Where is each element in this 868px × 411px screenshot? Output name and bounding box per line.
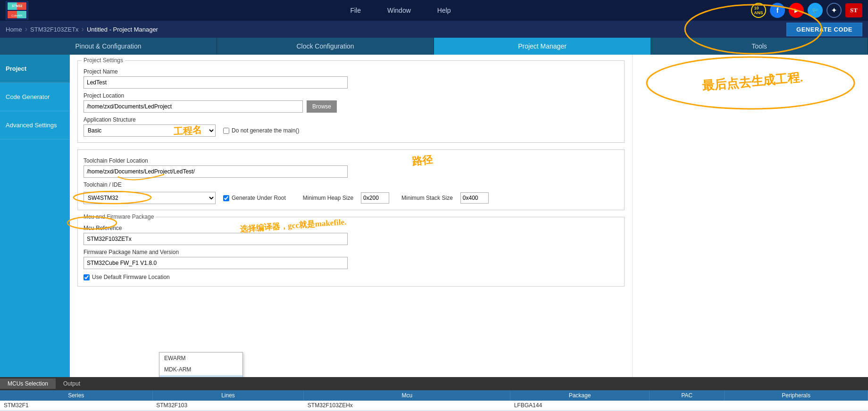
tab-clock[interactable]: Clock Configuration [217,38,434,55]
fw-pkg-label: Firmware Package Name and Version [83,249,618,255]
project-settings-title: Project Settings [82,57,125,64]
sidebar-item-code-generator[interactable]: Code Generator [0,83,70,111]
col-pac: PAC [649,390,724,401]
breadcrumb-right: GENERATE CODE [786,23,862,36]
bottom-area: MCUs Selection Output Series Lines Mcu P… [0,377,868,411]
anniversary-icon: 10ANS [751,3,766,18]
sidebar-item-advanced-settings[interactable]: Advanced Settings [0,111,70,140]
file-menu[interactable]: File [346,5,365,16]
table-row[interactable]: STM32F1 STM32F103 STM32F103ZEHx LFBGA144 [0,401,868,411]
tab-bar: Pinout & Configuration Clock Configurati… [0,38,868,55]
annotation-area: 最后点去生成工程. [632,55,868,377]
bottom-tab-output[interactable]: Output [56,378,88,389]
project-location-row: Browse [83,100,618,113]
use-default-fw-checkbox[interactable] [83,274,90,280]
toolchain-settings-box: Toolchain Folder Location Toolchain / ID… [77,149,625,210]
svg-text:STM32: STM32 [12,4,23,8]
top-right-icons: 10ANS f ▶ 🐦 ✦ ST [751,3,862,18]
tab-tools[interactable]: Tools [651,38,868,55]
svg-point-7 [647,57,854,109]
mcu-firmware-box: Mcu and Firmware Package Mcu Reference F… [77,217,625,287]
mcu-table: Series Lines Mcu Package PAC Peripherals… [0,390,868,411]
cell-mcu-1: STM32F103ZEHx [304,401,510,411]
project-location-label: Project Location [83,92,618,99]
network-icon[interactable]: ✦ [826,3,842,18]
help-menu[interactable]: Help [434,5,455,16]
cell-package-1: LFBGA144 [510,401,650,411]
toolchain-select[interactable]: SW4STM32 EWARM MDK-ARM TrueSTUDIO STM32C… [83,192,216,204]
generate-code-button[interactable]: GENERATE CODE [786,23,862,36]
bottom-table-area: Series Lines Mcu Package PAC Peripherals… [0,390,868,411]
col-series: Series [0,390,152,401]
breadcrumb-sep-2: › [82,25,84,33]
facebook-icon[interactable]: f [770,3,785,18]
min-stack-label: Minimum Stack Size [401,195,453,201]
mcu-firmware-title: Mcu and Firmware Package [82,214,156,220]
app-structure-select[interactable]: Basic Advanced [83,124,216,137]
use-default-fw-row: Use Default Firmware Location [83,274,618,280]
annotation-svg-right [633,55,868,377]
top-menubar: STM32 CubeMX File Window Help 10ANS f ▶ … [0,0,868,21]
breadcrumb-home[interactable]: Home [6,26,22,33]
min-stack-input[interactable] [460,192,489,204]
youtube-icon[interactable]: ▶ [789,3,804,18]
svg-text:CubeMX: CubeMX [11,14,22,17]
app-structure-label: Application Structure [83,116,618,123]
menu-items: File Window Help [50,5,751,16]
main-area: Project Code Generator Advanced Settings… [0,55,868,377]
app-structure-row: Basic Advanced Do not generate the main(… [83,124,618,137]
breadcrumb-sep-1: › [25,25,27,33]
annotation-generate-project: 最后点去生成工程. [646,64,859,99]
content-area: Project Settings Project Name Project Lo… [70,55,632,377]
sidebar-item-project[interactable]: Project [0,55,70,83]
breadcrumb-bar: Home › STM32F103ZETx › Untitled - Projec… [0,21,868,38]
min-heap-label: Minimum Heap Size [303,195,353,201]
project-name-label: Project Name [83,68,618,75]
dropdown-item-sw4stm32[interactable]: SW4STM32 [159,375,242,377]
toolchain-dropdown: EWARM MDK-ARM SW4STM32 TrueSTUDIO STM32C… [159,352,243,377]
col-lines: Lines [152,390,304,401]
breadcrumb-mcu[interactable]: STM32F103ZETx [30,26,79,33]
generate-under-root-label: Generate Under Root [223,195,286,201]
min-heap-input[interactable] [361,192,389,204]
sidebar: Project Code Generator Advanced Settings [0,55,70,377]
twitter-icon[interactable]: 🐦 [808,3,823,18]
toolchain-folder-input[interactable] [83,165,348,178]
logo-area: STM32 CubeMX [6,1,31,20]
toolchain-row: SW4STM32 EWARM MDK-ARM TrueSTUDIO STM32C… [83,192,618,204]
st-brand-icon: ST [845,3,862,17]
cell-peripherals-1 [725,401,868,411]
project-settings-box: Project Settings Project Name Project Lo… [77,60,625,143]
dropdown-item-ewarm[interactable]: EWARM [159,353,242,364]
use-default-fw-label: Use Default Firmware Location [83,274,618,280]
project-name-input[interactable] [83,76,348,89]
fw-pkg-input[interactable] [83,257,348,269]
cell-series-1: STM32F1 [0,401,152,411]
tab-pinout[interactable]: Pinout & Configuration [0,38,217,55]
breadcrumb-project[interactable]: Untitled - Project Manager [87,26,158,33]
table-header-row: Series Lines Mcu Package PAC Peripherals [0,390,868,401]
dropdown-item-mdkarm[interactable]: MDK-ARM [159,364,242,375]
tab-project-manager[interactable]: Project Manager [434,38,651,55]
bottom-tabs: MCUs Selection Output [0,377,868,390]
bottom-tab-mcu-selection[interactable]: MCUs Selection [0,378,56,389]
cell-pac-1 [649,401,724,411]
col-mcu: Mcu [304,390,510,401]
generate-under-root-checkbox[interactable] [223,195,229,201]
col-peripherals: Peripherals [725,390,868,401]
toolchain-select-wrapper: SW4STM32 EWARM MDK-ARM TrueSTUDIO STM32C… [83,192,216,204]
browse-button[interactable]: Browse [307,100,337,113]
settings-panel: Project Settings Project Name Project Lo… [70,55,632,299]
window-menu[interactable]: Window [384,5,415,16]
stm32-logo-icon: STM32 CubeMX [7,1,27,19]
mcu-ref-input[interactable] [83,233,348,245]
no-main-checkbox-label: Do not generate the main() [223,127,299,134]
logo-box: STM32 CubeMX [6,1,28,20]
mcu-ref-label: Mcu Reference [83,225,618,231]
no-main-checkbox[interactable] [223,128,229,134]
toolchain-ide-label: Toolchain / IDE [83,181,618,188]
toolchain-folder-label: Toolchain Folder Location [83,157,618,164]
cell-lines-1: STM32F103 [152,401,304,411]
project-location-input[interactable] [83,100,303,113]
col-package: Package [510,390,650,401]
